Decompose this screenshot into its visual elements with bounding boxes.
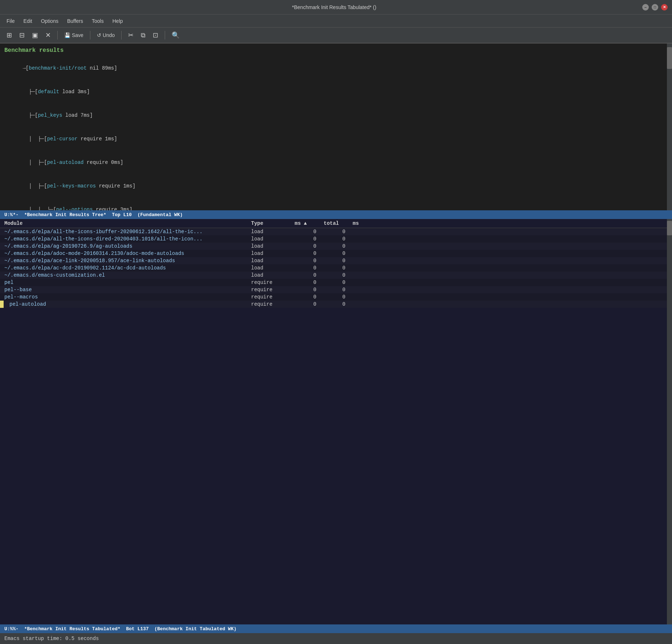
cell-module-2: ~/.emacs.d/elpa/ag-20190726.9/ag-autoloa… xyxy=(4,243,251,249)
buffer-name-1: *Benchmark Init Results Tree* xyxy=(24,212,106,218)
menu-edit[interactable]: Edit xyxy=(20,17,36,25)
table-row: ~/.emacs.d/elpa/all-the-icons-dired-2020… xyxy=(0,235,672,243)
echo-area: Emacs startup time: 0.5 seconds xyxy=(0,633,672,644)
window-controls: – □ ✕ xyxy=(642,4,668,11)
cell-type-10: require xyxy=(251,301,295,307)
cell-type-6: load xyxy=(251,272,295,278)
cell-module-7: pel xyxy=(4,280,251,285)
delete-button[interactable]: ⊡ xyxy=(151,30,160,41)
table-row: ~/.emacs.d/elpa/all-the-icons-ibuffer-20… xyxy=(0,228,672,235)
cell-total-1: 0 xyxy=(324,236,353,242)
cell-module-8: pel--base xyxy=(4,287,251,293)
toolbar-sep-2 xyxy=(90,31,90,40)
cell-type-1: load xyxy=(251,236,295,242)
cell-total-2: 0 xyxy=(324,243,353,249)
cell-ms2-3 xyxy=(353,251,382,256)
cell-total-5: 0 xyxy=(324,265,353,271)
search-button[interactable]: 🔍 xyxy=(169,30,182,41)
cell-ms2-4 xyxy=(353,258,382,264)
cell-ms2-7 xyxy=(353,280,382,285)
cell-total-4: 0 xyxy=(324,258,353,264)
window-title: *Benchmark Init Results Tabulated* () xyxy=(26,4,642,10)
tree-line-2: ├─[pel_keys load 7ms] xyxy=(4,104,668,127)
cell-ms2-5 xyxy=(353,265,382,271)
buffer-name-2: *Benchmark Init Results Tabulated* xyxy=(24,626,120,632)
cell-ms2-10 xyxy=(353,301,382,307)
table-row: ~/.emacs.d/emacs-customization.el load 0… xyxy=(0,272,672,279)
cell-type-7: require xyxy=(251,280,295,285)
col-type: Type xyxy=(251,220,295,226)
cell-total-3: 0 xyxy=(324,251,353,256)
table-row: pel require 0 0 xyxy=(0,279,672,286)
table-pane: Module Type ms ▲ total ms ~/.emacs.d/elp… xyxy=(0,219,672,644)
cell-total-10: 0 xyxy=(324,301,353,307)
table-row: pel--base require 0 0 xyxy=(0,286,672,293)
save-icon: 💾 xyxy=(64,32,70,38)
mode-2: (Benchmark Init Tabulated WK) xyxy=(155,626,237,632)
maximize-button[interactable]: □ xyxy=(652,4,658,11)
open-dir-button[interactable]: ▣ xyxy=(30,30,40,41)
table-scrollbar-thumb[interactable] xyxy=(667,221,672,235)
cell-ms2-0 xyxy=(353,229,382,235)
tree-scrollbar[interactable] xyxy=(667,44,672,210)
cell-total-7: 0 xyxy=(324,280,353,285)
table-scrollbar[interactable] xyxy=(667,219,672,624)
table-container: Module Type ms ▲ total ms ~/.emacs.d/elp… xyxy=(0,219,672,308)
cell-ms-4: 0 xyxy=(295,258,324,264)
menu-tools[interactable]: Tools xyxy=(88,17,107,25)
undo-icon: ↺ xyxy=(97,32,101,38)
menu-buffers[interactable]: Buffers xyxy=(63,17,87,25)
cut-button[interactable]: ✂ xyxy=(126,30,136,41)
toolbar-sep-3 xyxy=(121,31,122,40)
cell-type-9: require xyxy=(251,294,295,300)
menu-help[interactable]: Help xyxy=(109,17,127,25)
new-file-button[interactable]: ⊞ xyxy=(4,30,14,41)
col-module: Module xyxy=(4,220,251,226)
col-total: total xyxy=(324,220,353,226)
cell-ms-0: 0 xyxy=(295,229,324,235)
cell-ms2-2 xyxy=(353,243,382,249)
cell-module-0: ~/.emacs.d/elpa/all-the-icons-ibuffer-20… xyxy=(4,229,251,235)
toolbar-sep-1 xyxy=(57,31,58,40)
save-button[interactable]: 💾 Save xyxy=(62,31,86,40)
table-row: ~/.emacs.d/elpa/adoc-mode-20160314.2130/… xyxy=(0,250,672,257)
cell-total-8: 0 xyxy=(324,287,353,293)
table-row: ~/.emacs.d/elpa/ag-20190726.9/ag-autoloa… xyxy=(0,243,672,250)
cell-module-10: pel-autoload xyxy=(4,301,251,307)
mode-line-1: U:%*- *Benchmark Init Results Tree* Top … xyxy=(0,210,672,219)
close-buffer-button[interactable]: ✕ xyxy=(43,30,53,41)
main-content: Benchmark results →[benchmark-init/root … xyxy=(0,44,672,644)
table-row: ~/.emacs.d/elpa/ac-dcd-20190902.1124/ac-… xyxy=(0,264,672,272)
minimize-button[interactable]: – xyxy=(642,4,649,11)
cell-ms-9: 0 xyxy=(295,294,324,300)
table-header: Module Type ms ▲ total ms xyxy=(0,219,672,228)
tree-line-0: →[benchmark-init/root nil 89ms] xyxy=(4,57,668,80)
copy-button[interactable]: ⧉ xyxy=(139,30,148,41)
position-2: Bot L137 xyxy=(126,626,148,632)
menu-options[interactable]: Options xyxy=(37,17,62,25)
cell-module-6: ~/.emacs.d/emacs-customization.el xyxy=(4,272,251,278)
table-row: ~/.emacs.d/elpa/ace-link-20200518.957/ac… xyxy=(0,257,672,264)
close-button[interactable]: ✕ xyxy=(661,4,668,11)
cell-ms-8: 0 xyxy=(295,287,324,293)
tree-line-6: │ │ └─[pel--options require 3ms] xyxy=(4,198,668,210)
open-file-button[interactable]: ⊟ xyxy=(17,30,27,41)
tree-scrollbar-thumb[interactable] xyxy=(667,47,672,69)
cell-module-9: pel--macros xyxy=(4,294,251,300)
cell-total-9: 0 xyxy=(324,294,353,300)
tree-line-3: │ ├─[pel-cursor require 1ms] xyxy=(4,127,668,151)
cell-type-3: load xyxy=(251,251,295,256)
cell-type-5: load xyxy=(251,265,295,271)
cell-module-5: ~/.emacs.d/elpa/ac-dcd-20190902.1124/ac-… xyxy=(4,265,251,271)
position-1: Top L10 xyxy=(112,212,132,218)
menu-file[interactable]: File xyxy=(3,17,19,25)
cell-module-4: ~/.emacs.d/elpa/ace-link-20200518.957/ac… xyxy=(4,258,251,264)
cell-ms-6: 0 xyxy=(295,272,324,278)
undo-button[interactable]: ↺ Undo xyxy=(95,31,117,40)
cell-type-8: require xyxy=(251,287,295,293)
toolbar: ⊞ ⊟ ▣ ✕ 💾 Save ↺ Undo ✂ ⧉ ⊡ 🔍 xyxy=(0,28,672,44)
tree-line-4: │ ├─[pel-autoload require 0ms] xyxy=(4,151,668,174)
cell-module-3: ~/.emacs.d/elpa/adoc-mode-20160314.2130/… xyxy=(4,251,251,256)
cell-ms-7: 0 xyxy=(295,280,324,285)
cell-ms-5: 0 xyxy=(295,265,324,271)
